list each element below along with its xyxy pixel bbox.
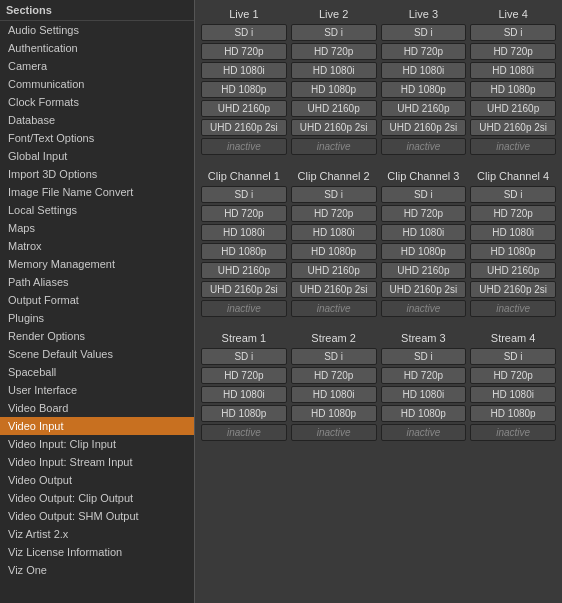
sidebar-item-video-input-stream-input[interactable]: Video Input: Stream Input [0, 453, 194, 471]
resolution-button-hd-1080p[interactable]: HD 1080p [201, 243, 287, 260]
resolution-button-hd-1080i[interactable]: HD 1080i [470, 386, 556, 403]
resolution-button-inactive[interactable]: inactive [291, 424, 377, 441]
resolution-button-hd-1080i[interactable]: HD 1080i [381, 386, 467, 403]
resolution-button-sd-i[interactable]: SD i [470, 24, 556, 41]
resolution-button-inactive[interactable]: inactive [470, 424, 556, 441]
resolution-button-uhd-2160p[interactable]: UHD 2160p [201, 100, 287, 117]
resolution-button-hd-720p[interactable]: HD 720p [470, 367, 556, 384]
sidebar-item-spaceball[interactable]: Spaceball [0, 363, 194, 381]
sidebar-item-render-options[interactable]: Render Options [0, 327, 194, 345]
sidebar-item-clock-formats[interactable]: Clock Formats [0, 93, 194, 111]
resolution-button-uhd-2160p[interactable]: UHD 2160p [291, 100, 377, 117]
resolution-button-hd-1080p[interactable]: HD 1080p [291, 243, 377, 260]
resolution-button-inactive[interactable]: inactive [470, 138, 556, 155]
resolution-button-inactive[interactable]: inactive [201, 300, 287, 317]
resolution-button-sd-i[interactable]: SD i [381, 348, 467, 365]
resolution-button-hd-1080p[interactable]: HD 1080p [291, 405, 377, 422]
sidebar-item-video-input[interactable]: Video Input [0, 417, 194, 435]
resolution-button-inactive[interactable]: inactive [201, 138, 287, 155]
resolution-button-hd-720p[interactable]: HD 720p [291, 43, 377, 60]
sidebar-item-scene-default-values[interactable]: Scene Default Values [0, 345, 194, 363]
resolution-button-uhd-2160p-2si[interactable]: UHD 2160p 2si [470, 119, 556, 136]
sidebar-item-user-interface[interactable]: User Interface [0, 381, 194, 399]
resolution-button-hd-1080i[interactable]: HD 1080i [470, 62, 556, 79]
resolution-button-sd-i[interactable]: SD i [201, 348, 287, 365]
resolution-button-hd-1080i[interactable]: HD 1080i [291, 62, 377, 79]
resolution-button-inactive[interactable]: inactive [291, 300, 377, 317]
resolution-button-hd-1080p[interactable]: HD 1080p [291, 81, 377, 98]
sidebar-item-camera[interactable]: Camera [0, 57, 194, 75]
sidebar-item-video-board[interactable]: Video Board [0, 399, 194, 417]
resolution-button-hd-1080i[interactable]: HD 1080i [291, 224, 377, 241]
resolution-button-hd-1080p[interactable]: HD 1080p [381, 81, 467, 98]
resolution-button-sd-i[interactable]: SD i [201, 24, 287, 41]
resolution-button-hd-1080i[interactable]: HD 1080i [381, 62, 467, 79]
resolution-button-hd-720p[interactable]: HD 720p [291, 205, 377, 222]
sidebar-item-video-output[interactable]: Video Output [0, 471, 194, 489]
resolution-button-sd-i[interactable]: SD i [291, 24, 377, 41]
resolution-button-hd-720p[interactable]: HD 720p [201, 205, 287, 222]
sidebar-item-audio-settings[interactable]: Audio Settings [0, 21, 194, 39]
sidebar-item-output-format[interactable]: Output Format [0, 291, 194, 309]
sidebar-item-path-aliases[interactable]: Path Aliases [0, 273, 194, 291]
sidebar-item-viz-license-information[interactable]: Viz License Information [0, 543, 194, 561]
sidebar-item-memory-management[interactable]: Memory Management [0, 255, 194, 273]
sidebar-item-viz-artist-2-x[interactable]: Viz Artist 2.x [0, 525, 194, 543]
sidebar-item-communication[interactable]: Communication [0, 75, 194, 93]
sidebar-item-local-settings[interactable]: Local Settings [0, 201, 194, 219]
resolution-button-inactive[interactable]: inactive [201, 424, 287, 441]
sidebar-item-import-3d-options[interactable]: Import 3D Options [0, 165, 194, 183]
resolution-button-sd-i[interactable]: SD i [291, 186, 377, 203]
resolution-button-hd-1080i[interactable]: HD 1080i [201, 62, 287, 79]
resolution-button-hd-1080p[interactable]: HD 1080p [470, 405, 556, 422]
sidebar-item-matrox[interactable]: Matrox [0, 237, 194, 255]
resolution-button-hd-720p[interactable]: HD 720p [201, 43, 287, 60]
sidebar-item-database[interactable]: Database [0, 111, 194, 129]
resolution-button-uhd-2160p-2si[interactable]: UHD 2160p 2si [381, 281, 467, 298]
resolution-button-uhd-2160p-2si[interactable]: UHD 2160p 2si [470, 281, 556, 298]
resolution-button-hd-1080i[interactable]: HD 1080i [381, 224, 467, 241]
resolution-button-uhd-2160p-2si[interactable]: UHD 2160p 2si [291, 281, 377, 298]
resolution-button-inactive[interactable]: inactive [381, 300, 467, 317]
resolution-button-hd-1080p[interactable]: HD 1080p [470, 243, 556, 260]
resolution-button-inactive[interactable]: inactive [381, 138, 467, 155]
resolution-button-hd-1080i[interactable]: HD 1080i [470, 224, 556, 241]
sidebar-item-video-output-shm-output[interactable]: Video Output: SHM Output [0, 507, 194, 525]
sidebar-item-authentication[interactable]: Authentication [0, 39, 194, 57]
resolution-button-hd-720p[interactable]: HD 720p [291, 367, 377, 384]
resolution-button-hd-1080p[interactable]: HD 1080p [201, 81, 287, 98]
resolution-button-sd-i[interactable]: SD i [470, 186, 556, 203]
resolution-button-inactive[interactable]: inactive [470, 300, 556, 317]
resolution-button-hd-720p[interactable]: HD 720p [470, 205, 556, 222]
resolution-button-hd-1080i[interactable]: HD 1080i [291, 386, 377, 403]
resolution-button-sd-i[interactable]: SD i [470, 348, 556, 365]
resolution-button-uhd-2160p[interactable]: UHD 2160p [291, 262, 377, 279]
resolution-button-uhd-2160p-2si[interactable]: UHD 2160p 2si [201, 119, 287, 136]
sidebar-item-image-file-name-convert[interactable]: Image File Name Convert [0, 183, 194, 201]
resolution-button-hd-720p[interactable]: HD 720p [470, 43, 556, 60]
sidebar-item-global-input[interactable]: Global Input [0, 147, 194, 165]
resolution-button-uhd-2160p-2si[interactable]: UHD 2160p 2si [291, 119, 377, 136]
resolution-button-sd-i[interactable]: SD i [201, 186, 287, 203]
sidebar-item-viz-one[interactable]: Viz One [0, 561, 194, 579]
resolution-button-uhd-2160p-2si[interactable]: UHD 2160p 2si [381, 119, 467, 136]
resolution-button-hd-1080p[interactable]: HD 1080p [381, 243, 467, 260]
resolution-button-hd-720p[interactable]: HD 720p [381, 205, 467, 222]
resolution-button-uhd-2160p[interactable]: UHD 2160p [381, 100, 467, 117]
resolution-button-sd-i[interactable]: SD i [381, 24, 467, 41]
sidebar-item-plugins[interactable]: Plugins [0, 309, 194, 327]
resolution-button-hd-1080p[interactable]: HD 1080p [381, 405, 467, 422]
resolution-button-uhd-2160p[interactable]: UHD 2160p [470, 100, 556, 117]
resolution-button-uhd-2160p[interactable]: UHD 2160p [201, 262, 287, 279]
resolution-button-hd-1080i[interactable]: HD 1080i [201, 386, 287, 403]
resolution-button-sd-i[interactable]: SD i [291, 348, 377, 365]
resolution-button-uhd-2160p[interactable]: UHD 2160p [470, 262, 556, 279]
resolution-button-inactive[interactable]: inactive [291, 138, 377, 155]
sidebar-item-maps[interactable]: Maps [0, 219, 194, 237]
resolution-button-hd-720p[interactable]: HD 720p [201, 367, 287, 384]
sidebar-item-font-text-options[interactable]: Font/Text Options [0, 129, 194, 147]
resolution-button-uhd-2160p[interactable]: UHD 2160p [381, 262, 467, 279]
resolution-button-hd-1080p[interactable]: HD 1080p [470, 81, 556, 98]
resolution-button-hd-720p[interactable]: HD 720p [381, 367, 467, 384]
resolution-button-hd-1080p[interactable]: HD 1080p [201, 405, 287, 422]
